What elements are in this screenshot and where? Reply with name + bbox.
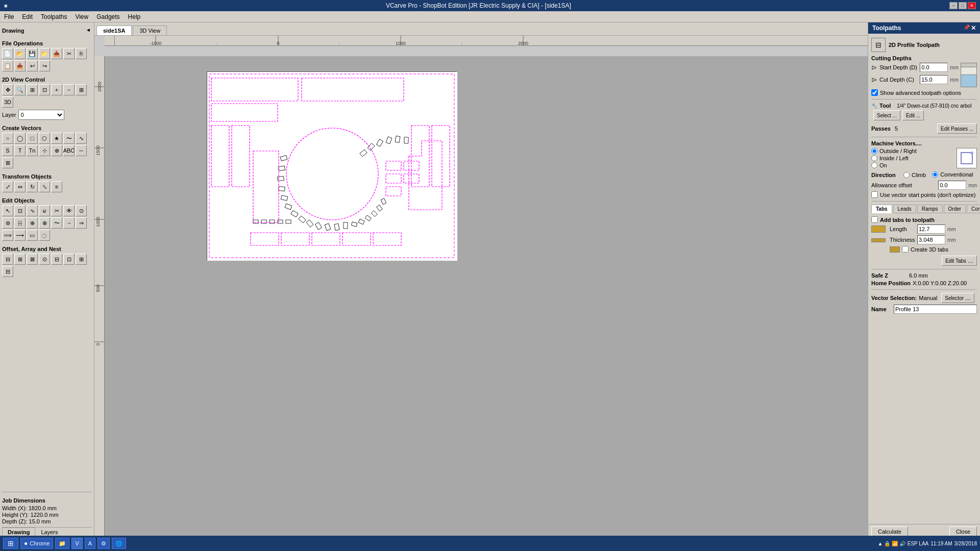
zoom-fit-btn[interactable]: ⊞	[27, 84, 38, 95]
tp-tab-ramps[interactable]: Ramps	[917, 205, 943, 213]
wave2-btn[interactable]: 〜	[51, 217, 62, 229]
tool-select-btn[interactable]: Select ...	[873, 110, 900, 120]
view-tool[interactable]: 👁	[63, 205, 75, 216]
name-input[interactable]	[894, 305, 977, 314]
view3d-btn[interactable]: 3D	[2, 96, 13, 108]
tp-tab-leads[interactable]: Leads	[893, 205, 916, 213]
edit-passes-btn[interactable]: Edit Passes ...	[937, 123, 977, 134]
taskbar-app5[interactable]: ⚙	[97, 538, 110, 549]
close-button[interactable]: ✕	[968, 2, 976, 9]
edit-tabs-btn[interactable]: Edit Tabs ....	[942, 256, 977, 266]
table-btn[interactable]: ⊞	[2, 157, 13, 168]
menu-help[interactable]: Help	[124, 12, 145, 21]
create-3d-cb[interactable]	[902, 246, 909, 253]
zoom-out-btn[interactable]: −	[63, 84, 75, 95]
tab-3dview[interactable]: 3D View	[133, 26, 167, 35]
climb-radio[interactable]	[903, 172, 910, 178]
layer-select[interactable]: 0	[18, 110, 64, 120]
rotate-btn[interactable]: ↻	[27, 181, 38, 192]
circ2-btn[interactable]: ◌	[39, 230, 50, 241]
redo-btn[interactable]: ↪	[39, 60, 50, 71]
menu-view[interactable]: View	[71, 12, 92, 21]
drawing-canvas[interactable]: ◄	[105, 56, 868, 539]
node-edit-btn[interactable]: ⊡	[14, 205, 26, 216]
length-input[interactable]	[917, 224, 945, 234]
pan-btn[interactable]: ✥	[2, 84, 13, 95]
bezier-btn[interactable]: ∿	[76, 133, 87, 144]
minimize-button[interactable]: −	[949, 2, 958, 9]
intrsct-btn[interactable]: ⊗	[39, 217, 50, 229]
calculate-btn[interactable]: Calculate	[871, 527, 908, 537]
weld-btn[interactable]: ⊕	[27, 217, 38, 229]
conventional-radio[interactable]	[932, 171, 938, 178]
arrow-btn[interactable]: →	[63, 217, 75, 229]
taskbar-app6[interactable]: 🌐	[112, 538, 126, 549]
grid-btn[interactable]: ⊞	[76, 254, 87, 265]
taskbar-chrome[interactable]: ●Chrome	[20, 538, 53, 549]
cut-depth-input[interactable]	[920, 75, 948, 84]
import-btn[interactable]: 📥	[51, 48, 62, 59]
tab-side1sa[interactable]: side1SA	[96, 26, 132, 35]
open-btn[interactable]: 📂	[14, 48, 26, 59]
offset-btn[interactable]: ⊟	[2, 254, 13, 265]
on-radio[interactable]	[871, 162, 877, 168]
rect-btn[interactable]: □	[27, 133, 38, 144]
union-btn[interactable]: ⊌	[39, 205, 50, 216]
add-tabs-cb[interactable]	[871, 216, 878, 223]
arw4-btn[interactable]: ⟶	[14, 230, 26, 241]
ellipse-btn[interactable]: ◯	[14, 133, 26, 144]
fill-btn[interactable]: ⊟	[2, 266, 13, 277]
tp-tab-tabs[interactable]: Tabs	[871, 205, 892, 213]
start-button[interactable]: ⊞	[3, 538, 18, 549]
open-folder-btn[interactable]: 📁	[39, 48, 50, 59]
arw2-btn[interactable]: ⇒	[76, 217, 87, 229]
taskbar-explorer[interactable]: 📁	[55, 538, 69, 549]
mirror-btn[interactable]: ⇔	[14, 181, 26, 192]
flatten-btn[interactable]: ⌸	[14, 217, 26, 229]
arw3-btn[interactable]: ⟹	[2, 230, 13, 241]
abc-btn[interactable]: ABC	[63, 145, 75, 156]
drill-btn[interactable]: ⊕	[51, 145, 62, 156]
paste-btn[interactable]: 📋	[2, 60, 13, 71]
taskbar-vcarve[interactable]: V	[71, 538, 82, 549]
text-btn[interactable]: T	[14, 145, 26, 156]
taskbar-aspire[interactable]: A	[85, 538, 95, 549]
menu-gadgets[interactable]: Gadgets	[92, 12, 124, 21]
node-btn[interactable]: ⊹	[39, 145, 50, 156]
ring-btn[interactable]: ⊚	[2, 217, 13, 229]
zoom-in-btn[interactable]: +	[51, 84, 62, 95]
toggle-btn[interactable]: ⊞	[76, 84, 87, 95]
scale-btn[interactable]: ⤡	[39, 181, 50, 192]
zoom-btn[interactable]: 🔍	[14, 84, 26, 95]
panel-pin[interactable]: 📌	[964, 24, 970, 32]
linear-btn[interactable]: ⊟	[51, 254, 62, 265]
tp-tab-order[interactable]: Order	[944, 205, 966, 213]
start-depth-input[interactable]	[920, 63, 948, 72]
spiral-btn[interactable]: ⊙	[76, 205, 87, 216]
vector-start-cb[interactable]	[871, 191, 878, 198]
circle-btn[interactable]: ○	[2, 133, 13, 144]
array-btn[interactable]: ⊞	[14, 254, 26, 265]
path-btn[interactable]: ∿	[27, 205, 38, 216]
maximize-button[interactable]: □	[959, 2, 967, 9]
save-btn[interactable]: 💾	[27, 48, 38, 59]
rect2-btn[interactable]: ▭	[27, 230, 38, 241]
move-btn[interactable]: ⤢	[2, 181, 13, 192]
copy-btn[interactable]: ⎘	[76, 48, 87, 59]
panel-collapse[interactable]: ◄	[85, 27, 92, 34]
show-advanced-cb[interactable]	[871, 89, 878, 96]
tp-tab-corners[interactable]: Corners	[967, 205, 980, 213]
circ-arr-btn[interactable]: ⊙	[39, 254, 50, 265]
thickness-input[interactable]	[917, 235, 945, 244]
cut-btn[interactable]: ✂	[63, 48, 75, 59]
dim-btn[interactable]: ↔	[76, 145, 87, 156]
spiro-btn[interactable]: S	[2, 145, 13, 156]
menu-file[interactable]: File	[0, 12, 18, 21]
undo-btn[interactable]: ↩	[27, 60, 38, 71]
text2-btn[interactable]: Tn	[27, 145, 38, 156]
align-btn[interactable]: ≡	[51, 181, 62, 192]
poly-btn[interactable]: ⬡	[39, 133, 50, 144]
menu-edit[interactable]: Edit	[18, 12, 37, 21]
panel-close[interactable]: ✕	[971, 24, 976, 32]
close-btn[interactable]: Close	[949, 527, 977, 537]
